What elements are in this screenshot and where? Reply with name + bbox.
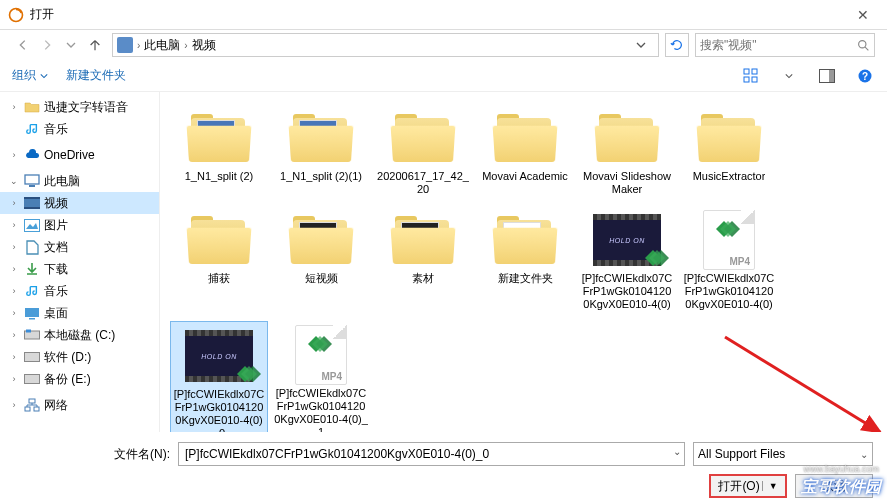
tree-label: 音乐 <box>44 283 68 300</box>
file-item[interactable]: 短视频 <box>272 206 370 315</box>
svg-rect-24 <box>34 407 39 411</box>
file-name: 短视频 <box>305 272 338 285</box>
new-folder-button[interactable]: 新建文件夹 <box>66 67 126 84</box>
file-type-filter[interactable]: All Support Files ⌄ <box>693 442 873 466</box>
file-name: MusicExtractor <box>693 170 766 183</box>
view-icons-button[interactable] <box>741 66 761 86</box>
tree-label: 图片 <box>44 217 68 234</box>
sidebar-item[interactable]: ›OneDrive <box>0 144 159 166</box>
breadcrumb[interactable]: › 此电脑 › 视频 <box>112 33 659 57</box>
file-item[interactable]: HOLD ON[P]fcCWIEkdlx07CFrP1wGk01041200Kg… <box>170 321 268 432</box>
file-item[interactable]: 捕获 <box>170 206 268 315</box>
search-input[interactable] <box>700 38 857 52</box>
file-thumb: HOLD ON <box>185 326 253 386</box>
file-item[interactable]: HOLD ON[P]fcCWIEkdlx07CFrP1wGk01041200Kg… <box>578 206 676 315</box>
file-item[interactable]: MusicExtractor <box>680 104 778 200</box>
forward-button[interactable] <box>36 34 58 56</box>
file-thumb: HOLD ON <box>593 210 661 270</box>
svg-text:?: ? <box>862 71 868 82</box>
tree-label: 此电脑 <box>44 173 80 190</box>
toolbar: 组织 新建文件夹 ? <box>0 60 887 92</box>
bottom-panel: 文件名(N): ⌄ All Support Files ⌄ 打开(O) ▼ 取消 <box>0 432 887 500</box>
filename-dropdown[interactable]: ⌄ <box>673 446 681 457</box>
chevron-down-icon: ⌄ <box>860 449 868 460</box>
file-item[interactable]: 1_N1_split (2) <box>170 104 268 200</box>
breadcrumb-dropdown[interactable] <box>628 40 654 50</box>
tree-icon <box>24 350 40 364</box>
back-button[interactable] <box>12 34 34 56</box>
address-bar: › 此电脑 › 视频 <box>0 30 887 60</box>
file-pane[interactable]: 1_N1_split (2)1_N1_split (2)(1)20200617_… <box>160 92 887 432</box>
svg-rect-10 <box>25 175 39 184</box>
file-item[interactable]: MP4新建文件夹 <box>476 206 574 315</box>
file-item[interactable]: MP4[P]fcCWIEkdlx07CFrP1wGk01041200KgvX0E… <box>680 206 778 315</box>
tree-icon <box>24 262 40 276</box>
file-item[interactable]: MP4[P]fcCWIEkdlx07CFrP1wGk01041200KgvX0E… <box>272 321 370 432</box>
sidebar-item[interactable]: ›下载 <box>0 258 159 280</box>
sidebar-item[interactable]: ›迅捷文字转语音 <box>0 96 159 118</box>
sidebar-item[interactable]: ›软件 (D:) <box>0 346 159 368</box>
tree-icon <box>24 174 40 188</box>
svg-rect-7 <box>829 69 835 82</box>
open-button[interactable]: 打开(O) ▼ <box>709 474 787 498</box>
organize-menu[interactable]: 组织 <box>12 67 48 84</box>
sidebar-item[interactable]: ⌄此电脑 <box>0 170 159 192</box>
sidebar-item[interactable]: 音乐 <box>0 118 159 140</box>
breadcrumb-folder[interactable]: 视频 <box>192 37 216 54</box>
tree-icon <box>24 398 40 412</box>
refresh-button[interactable] <box>665 33 689 57</box>
file-thumb <box>287 210 355 270</box>
file-name: Movavi Slideshow Maker <box>580 170 674 196</box>
file-item[interactable]: 1_N1_split (2)(1) <box>272 104 370 200</box>
tree-label: 软件 (D:) <box>44 349 91 366</box>
tree-label: 文档 <box>44 239 68 256</box>
sidebar-item[interactable]: ›备份 (E:) <box>0 368 159 390</box>
help-button[interactable]: ? <box>855 66 875 86</box>
tree-label: OneDrive <box>44 148 95 162</box>
breadcrumb-root[interactable]: 此电脑 <box>144 37 180 54</box>
expand-icon: › <box>8 352 20 362</box>
svg-rect-17 <box>29 318 35 320</box>
expand-icon: › <box>8 220 20 230</box>
file-name: 20200617_17_42_20 <box>376 170 470 196</box>
file-name: 捕获 <box>208 272 230 285</box>
view-dropdown[interactable] <box>779 66 799 86</box>
expand-icon: › <box>8 102 20 112</box>
sidebar-item[interactable]: ›图片 <box>0 214 159 236</box>
sidebar-item[interactable]: ›本地磁盘 (C:) <box>0 324 159 346</box>
nav-arrows <box>12 34 106 56</box>
filename-label: 文件名(N): <box>114 446 170 463</box>
recent-dropdown[interactable] <box>60 34 82 56</box>
svg-rect-11 <box>29 185 35 187</box>
file-item[interactable]: Movavi Academic <box>476 104 574 200</box>
sidebar: ›迅捷文字转语音音乐›OneDrive⌄此电脑›视频›图片›文档›下载›音乐›桌… <box>0 92 160 432</box>
tree-label: 迅捷文字转语音 <box>44 99 128 116</box>
svg-rect-20 <box>25 353 40 362</box>
file-item[interactable]: 20200617_17_42_20 <box>374 104 472 200</box>
svg-rect-13 <box>24 197 40 199</box>
filename-input[interactable] <box>178 442 685 466</box>
up-button[interactable] <box>84 34 106 56</box>
preview-pane-button[interactable] <box>817 66 837 86</box>
cancel-button[interactable]: 取消 <box>795 474 873 498</box>
file-item[interactable]: 素材 <box>374 206 472 315</box>
sidebar-item[interactable]: ›网络 <box>0 394 159 416</box>
tree-icon <box>24 284 40 298</box>
sidebar-item[interactable]: ›文档 <box>0 236 159 258</box>
sidebar-item[interactable]: ›音乐 <box>0 280 159 302</box>
file-thumb: MP4 <box>695 210 763 270</box>
close-button[interactable]: ✕ <box>847 7 879 23</box>
expand-icon: › <box>8 242 20 252</box>
tree-icon <box>24 306 40 320</box>
file-thumb: MP4 <box>287 325 355 385</box>
expand-icon: › <box>8 286 20 296</box>
search-box[interactable] <box>695 33 875 57</box>
sidebar-item[interactable]: ›桌面 <box>0 302 159 324</box>
tree-icon <box>24 218 40 232</box>
svg-rect-22 <box>29 399 35 403</box>
file-item[interactable]: Movavi Slideshow Maker <box>578 104 676 200</box>
svg-rect-4 <box>744 77 749 82</box>
tree-icon <box>24 328 40 342</box>
tree-label: 网络 <box>44 397 68 414</box>
sidebar-item[interactable]: ›视频 <box>0 192 159 214</box>
